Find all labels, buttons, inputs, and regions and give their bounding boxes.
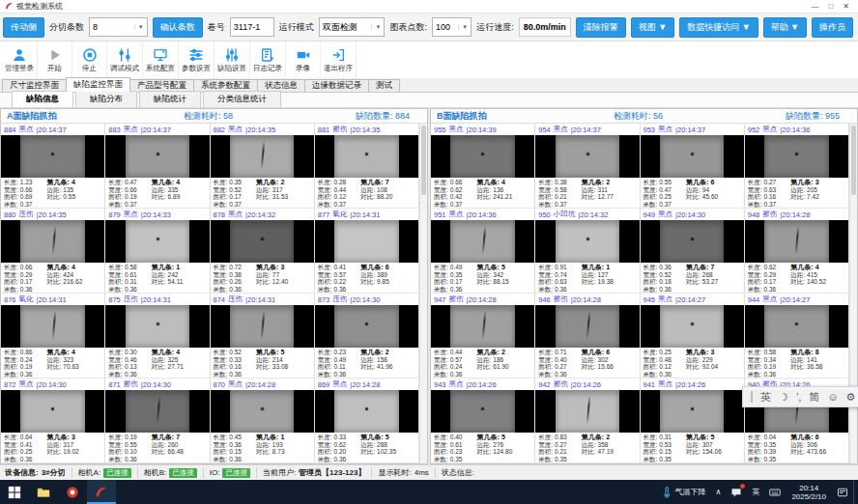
tray-keyboard-icon[interactable] bbox=[764, 480, 786, 504]
meta-line: 第几条:6 bbox=[360, 264, 415, 271]
scrollbar[interactable] bbox=[849, 124, 857, 463]
main-tab-5[interactable]: 边缘数据记录 bbox=[304, 79, 369, 92]
slit-count-label: 分切条数 bbox=[49, 21, 84, 34]
ime-language-indicator[interactable]: 英 bbox=[747, 480, 764, 504]
defect-cell[interactable]: 883黑点|20:14:37 长度:0.47宽度:0.66面积:0.19米数:0… bbox=[105, 124, 210, 209]
defect-cell[interactable]: 874压伤|20:14:31 长度:0.52宽度:0.33面积:0.16米数:0… bbox=[211, 294, 315, 378]
scrollbar[interactable] bbox=[419, 124, 427, 463]
sub-tab-2[interactable]: 缺陷统计 bbox=[139, 91, 201, 107]
tray-expand-arrow[interactable]: ∧ bbox=[711, 480, 727, 504]
defect-cell[interactable]: 875压伤|20:14:31 长度:0.30宽度:0.46面积:0.13米数:0… bbox=[105, 294, 210, 378]
meta-line: 面积:0.15 bbox=[214, 448, 257, 456]
main-tab-6[interactable]: 测试 bbox=[368, 79, 400, 92]
defect-cell[interactable]: 952黑点|20:14:36 长度:0.27宽度:0.63面积:0.16米数:0… bbox=[745, 124, 849, 209]
action-center-icon[interactable] bbox=[832, 480, 853, 504]
ribbon-param-settings-button[interactable]: 参数设置 bbox=[179, 42, 214, 78]
defect-thumbnail bbox=[641, 305, 744, 348]
ime-simplified[interactable]: 简 bbox=[809, 390, 819, 405]
sub-tab-3[interactable]: 分类信息统计 bbox=[203, 91, 281, 107]
weather-widget[interactable]: 气温下降 bbox=[656, 480, 711, 504]
defect-thumbnail bbox=[105, 390, 209, 433]
defect-cell[interactable]: 884黑点|20:14:37 长度:1.23宽度:0.66面积:0.69米数:0… bbox=[1, 124, 105, 209]
app-title: 视觉检测系统 bbox=[16, 1, 63, 12]
defect-time: |20:14:31 bbox=[245, 295, 275, 304]
defect-image-band bbox=[20, 135, 84, 178]
defect-meta-right: 第几条:4边距:415对比:140.52 bbox=[790, 264, 845, 292]
defect-meta-left: 长度:0.36宽度:0.52面积:0.18米数:0.36 bbox=[644, 264, 687, 292]
scrollbar-thumb[interactable] bbox=[851, 126, 856, 195]
defect-meta-right: 第几条:2边距:186对比:61.90 bbox=[477, 349, 532, 377]
meta-line: 对比:33.08 bbox=[256, 363, 311, 371]
defect-cell[interactable]: 871擦伤|20:14:30 长度:0.19宽度:0.55面积:0.10米数:0… bbox=[105, 378, 210, 463]
ribbon-exit-button[interactable]: 退出程序 bbox=[321, 42, 357, 78]
ime-punctuation[interactable]: ’, bbox=[796, 391, 802, 403]
ribbon-admin-login-button[interactable]: 管理登录 bbox=[2, 42, 38, 78]
ime-settings-icon[interactable]: ⚙ bbox=[846, 391, 856, 404]
defect-cell[interactable]: 950小凹坑|20:14:32 长度:0.91宽度:0.74面积:0.63米数:… bbox=[535, 209, 640, 294]
main-tab-1[interactable]: 缺陷监控界面 bbox=[66, 77, 130, 92]
scrollbar-thumb[interactable] bbox=[421, 126, 426, 195]
ribbon-system-config-button[interactable]: 系统配置 bbox=[143, 42, 179, 78]
start-button[interactable] bbox=[0, 480, 29, 504]
defect-cell[interactable]: 869黑点|20:14:28 长度:0.33宽度:0.62面积:0.20米数:0… bbox=[315, 378, 419, 463]
chart-points-select[interactable]: 100▼ bbox=[432, 17, 472, 37]
defect-cell[interactable]: 942擦伤|20:14:26 长度:0.83宽度:0.27面积:0.21米数:0… bbox=[535, 378, 640, 463]
defect-cell[interactable]: 949黑点|20:14:30 长度:0.36宽度:0.52面积:0.18米数:0… bbox=[641, 209, 745, 294]
slit-count-select[interactable]: 8▼ bbox=[89, 17, 148, 37]
taskbar-clock[interactable]: 20:14 2025/2/10 bbox=[786, 484, 832, 501]
defect-cell[interactable]: 953黑点|20:14:37 长度:0.55宽度:0.47面积:0.25米数:0… bbox=[641, 124, 745, 209]
defect-cell[interactable]: 877氧化|20:14:31 长度:0.41宽度:0.57面积:0.22米数:0… bbox=[315, 209, 419, 294]
defect-cell[interactable]: 945黑点|20:14:27 长度:0.25宽度:0.48面积:0.12米数:0… bbox=[641, 294, 745, 378]
ime-moon-icon[interactable]: ☽ bbox=[779, 391, 788, 404]
ribbon-defect-settings-button[interactable]: 缺陷设置 bbox=[214, 42, 250, 78]
roll-number-input[interactable] bbox=[230, 17, 274, 37]
defect-cell[interactable]: 878黑点|20:14:32 长度:0.72宽度:0.38面积:0.26米数:0… bbox=[211, 209, 315, 294]
file-explorer-icon[interactable] bbox=[29, 480, 58, 504]
confirm-count-button[interactable]: 确认条数 bbox=[153, 17, 203, 38]
ribbon-start-button[interactable]: 开始 bbox=[38, 42, 72, 78]
minimize-button[interactable]: — bbox=[811, 2, 818, 11]
defect-cell[interactable]: 872黑点|20:14:30 长度:0.64宽度:0.41面积:0.25米数:0… bbox=[1, 378, 105, 463]
help-menu-button[interactable]: 帮助 ▼ bbox=[763, 17, 807, 38]
defect-cell[interactable]: 941黑点|20:14:26 长度:0.31宽度:0.53面积:0.15米数:0… bbox=[641, 378, 745, 463]
ribbon-log-button[interactable]: 日志记录 bbox=[250, 42, 286, 78]
data-quick-access-button[interactable]: 数据快捷访问 ▼ bbox=[679, 17, 758, 38]
defect-mark bbox=[365, 153, 368, 155]
run-mode-select[interactable]: 双面检测▼ bbox=[319, 17, 386, 37]
defect-cell[interactable]: 881擦伤|20:14:35 长度:0.28宽度:0.44面积:0.12米数:0… bbox=[315, 124, 419, 209]
defect-cell[interactable]: 879黑点|20:14:33 长度:0.58宽度:0.61面积:0.31米数:0… bbox=[105, 209, 210, 294]
defect-cell[interactable]: 954黑点|20:14:37 长度:0.38宽度:0.58面积:0.21米数:0… bbox=[535, 124, 640, 209]
show-desktop-button[interactable] bbox=[853, 480, 858, 504]
operator-button[interactable]: 操作员 bbox=[812, 17, 853, 38]
maximize-button[interactable]: □ bbox=[828, 2, 833, 11]
ime-english[interactable]: 英 bbox=[760, 390, 771, 405]
defect-cell[interactable]: 944黑点|20:14:27 长度:0.58宽度:0.34面积:0.19米数:0… bbox=[745, 294, 849, 378]
defect-cell[interactable]: 876氧化|20:14:31 长度:0.86宽度:0.24面积:0.19米数:0… bbox=[1, 294, 105, 378]
meta-line: 第几条:1 bbox=[152, 264, 207, 271]
sub-tab-1[interactable]: 缺陷分布 bbox=[75, 91, 137, 107]
inspection-app-icon[interactable] bbox=[87, 480, 116, 504]
defect-cell[interactable]: 955黑点|20:14:39 长度:0.66宽度:0.62面积:0.42米数:0… bbox=[431, 124, 535, 209]
defect-cell[interactable]: 947擦伤|20:14:28 长度:0.44宽度:0.57面积:0.24米数:0… bbox=[431, 294, 535, 378]
sub-tab-0[interactable]: 缺陷信息 bbox=[12, 91, 73, 107]
close-button[interactable]: ✕ bbox=[843, 2, 849, 11]
drive-side-button[interactable]: 传动侧 bbox=[3, 17, 44, 38]
ribbon-debug-mode-button[interactable]: 调试模式 bbox=[107, 42, 143, 78]
defect-cell[interactable]: 882黑点|20:14:35 长度:0.35宽度:0.52面积:0.17米数:0… bbox=[211, 124, 315, 209]
status-message-label: 状态信息: bbox=[442, 467, 474, 478]
defect-cell[interactable]: 951黑点|20:14:36 长度:0.49宽度:0.35面积:0.17米数:0… bbox=[431, 209, 535, 294]
defect-cell[interactable]: 870黑点|20:14:28 长度:0.45宽度:0.36面积:0.15米数:0… bbox=[211, 378, 315, 463]
ribbon-stop-button[interactable]: 停止 bbox=[72, 42, 107, 78]
defect-cell[interactable]: 873压伤|20:14:30 长度:0.23宽度:0.49面积:0.11米数:0… bbox=[315, 294, 419, 378]
view-menu-button[interactable]: 视图 ▼ bbox=[631, 17, 674, 38]
tray-chat-icon[interactable] bbox=[726, 480, 747, 504]
clear-alarm-button[interactable]: 清除报警 bbox=[576, 17, 626, 38]
ime-emoji-icon[interactable]: ☺ bbox=[827, 391, 838, 403]
ime-drag-handle[interactable] bbox=[751, 391, 753, 403]
defect-cell[interactable]: 948擦伤|20:14:28 长度:0.62宽度:0.29面积:0.17米数:0… bbox=[745, 209, 849, 294]
defect-cell[interactable]: 943黑点|20:14:26 长度:0.40宽度:0.61面积:0.23米数:0… bbox=[431, 378, 535, 463]
defect-cell[interactable]: 880压伤|20:14:35 长度:0.66宽度:0.29面积:0.17米数:0… bbox=[1, 209, 105, 294]
browser-app-icon[interactable] bbox=[58, 480, 87, 504]
ribbon-record-button[interactable]: 录像 bbox=[286, 42, 321, 78]
defect-cell[interactable]: 946擦伤|20:14:28 长度:0.71宽度:0.40面积:0.27米数:0… bbox=[535, 294, 640, 378]
